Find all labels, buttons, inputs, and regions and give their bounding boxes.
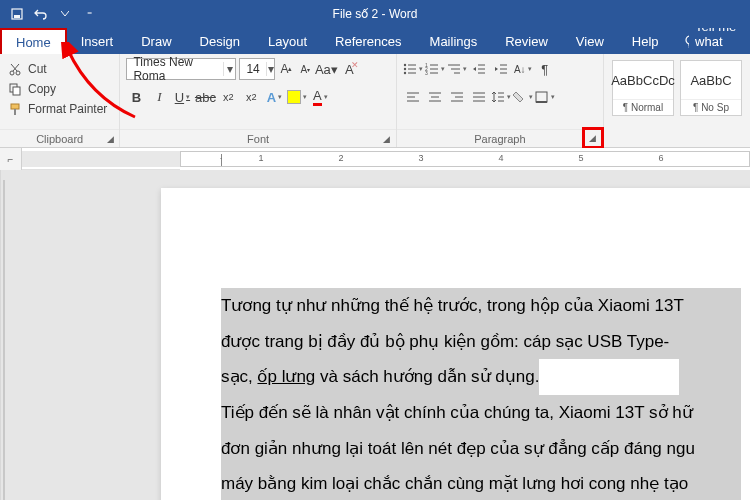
tab-mailings[interactable]: Mailings [416, 28, 492, 54]
svg-rect-11 [11, 104, 19, 109]
svg-point-13 [404, 64, 406, 66]
clipboard-group-label: Clipboard ◢ [0, 129, 119, 147]
group-font: Times New Roma ▾ 14 ▾ A▴ A▾ Aa▾ A✕ B I U… [120, 54, 396, 147]
tab-selector[interactable]: ⌐ [0, 148, 22, 170]
svg-point-2 [686, 36, 690, 44]
align-right-button[interactable] [447, 86, 467, 108]
justify-button[interactable] [469, 86, 489, 108]
autosave-icon[interactable] [10, 7, 24, 21]
svg-point-6 [16, 71, 20, 75]
paragraph-launcher-icon[interactable]: ◢ [582, 127, 604, 149]
tab-view[interactable]: View [562, 28, 618, 54]
svg-rect-49 [536, 92, 547, 102]
chevron-down-icon: ▾ [223, 62, 235, 76]
group-clipboard: Cut Copy Format Painter Clipboard ◢ [0, 54, 120, 147]
svg-point-17 [404, 72, 406, 74]
clipboard-launcher-icon[interactable]: ◢ [103, 132, 117, 146]
qat-customize-icon[interactable]: ⁼ [82, 7, 96, 21]
tab-insert[interactable]: Insert [67, 28, 128, 54]
italic-button[interactable]: I [149, 86, 169, 108]
lightbulb-icon [683, 34, 690, 48]
tab-review[interactable]: Review [491, 28, 562, 54]
svg-rect-12 [14, 109, 16, 115]
strikethrough-button[interactable]: abc [195, 86, 215, 108]
decrease-indent-button[interactable] [469, 58, 489, 80]
quick-access-toolbar: ⁼ [0, 7, 96, 21]
document-area: Tương tự như những thế hệ trước, trong h… [0, 170, 750, 500]
tab-references[interactable]: References [321, 28, 415, 54]
page[interactable]: Tương tự như những thế hệ trước, trong h… [161, 188, 750, 500]
group-paragraph: 123 A↓ ¶ Paragraph ◢ [397, 54, 604, 147]
ribbon-tabs: Home Insert Draw Design Layout Reference… [0, 28, 750, 54]
numbering-button[interactable]: 123 [425, 58, 445, 80]
selected-text-block[interactable]: Tương tự như những thế hệ trước, trong h… [221, 288, 741, 500]
copy-button[interactable]: Copy [8, 80, 111, 98]
show-paragraph-marks-button[interactable]: ¶ [535, 58, 555, 80]
undo-icon[interactable] [34, 7, 48, 21]
document-title: File số 2 - Word [333, 7, 418, 21]
tab-home[interactable]: Home [0, 28, 67, 54]
font-color-button[interactable]: A [310, 86, 330, 108]
superscript-button[interactable]: x2 [241, 86, 261, 108]
svg-rect-1 [14, 15, 20, 18]
line-spacing-button[interactable] [491, 86, 511, 108]
scissors-icon [8, 62, 22, 76]
highlight-button[interactable] [287, 86, 307, 108]
svg-point-5 [10, 71, 14, 75]
tab-help[interactable]: Help [618, 28, 673, 54]
align-left-button[interactable] [403, 86, 423, 108]
svg-point-15 [404, 68, 406, 70]
copy-icon [8, 82, 22, 96]
svg-rect-10 [13, 87, 20, 95]
text-effects-button[interactable]: A [264, 86, 284, 108]
tab-design[interactable]: Design [186, 28, 254, 54]
underline-button[interactable]: U [172, 86, 192, 108]
paragraph-group-label: Paragraph ◢ [397, 129, 603, 147]
chevron-down-icon: ▾ [266, 62, 275, 76]
font-group-label: Font ◢ [120, 129, 395, 147]
redo-dropdown-icon[interactable] [58, 7, 72, 21]
group-styles: AaBbCcDc ¶ Normal AaBbC ¶ No Sp [604, 54, 750, 147]
style-normal[interactable]: AaBbCcDc ¶ Normal [612, 60, 674, 116]
clear-formatting-button[interactable]: A✕ [339, 58, 359, 80]
increase-indent-button[interactable] [491, 58, 511, 80]
grow-font-button[interactable]: A▴ [278, 59, 294, 79]
ribbon: Cut Copy Format Painter Clipboard ◢ Time… [0, 54, 750, 148]
shrink-font-button[interactable]: A▾ [297, 59, 313, 79]
bullets-button[interactable] [403, 58, 423, 80]
title-bar: ⁼ File số 2 - Word [0, 0, 750, 28]
tab-draw[interactable]: Draw [127, 28, 185, 54]
page-scroll[interactable]: Tương tự như những thế hệ trước, trong h… [1, 170, 750, 500]
subscript-button[interactable]: x2 [218, 86, 238, 108]
tab-layout[interactable]: Layout [254, 28, 321, 54]
bold-button[interactable]: B [126, 86, 146, 108]
tell-me-search[interactable]: Tell me what you [673, 28, 750, 54]
font-size-combo[interactable]: 14 ▾ [239, 58, 275, 80]
shading-button[interactable] [513, 86, 533, 108]
borders-button[interactable] [535, 86, 555, 108]
highlight-color-icon [287, 90, 301, 104]
ruler-vertical[interactable] [0, 170, 1, 500]
change-case-button[interactable]: Aa▾ [316, 58, 336, 80]
font-name-combo[interactable]: Times New Roma ▾ [126, 58, 236, 80]
cut-button[interactable]: Cut [8, 60, 111, 78]
multilevel-list-button[interactable] [447, 58, 467, 80]
align-center-button[interactable] [425, 86, 445, 108]
sort-button[interactable]: A↓ [513, 58, 533, 80]
format-painter-button[interactable]: Format Painter [8, 100, 111, 118]
style-no-spacing[interactable]: AaBbC ¶ No Sp [680, 60, 742, 116]
svg-text:3: 3 [425, 70, 428, 75]
paintbrush-icon [8, 102, 22, 116]
font-launcher-icon[interactable]: ◢ [380, 132, 394, 146]
ruler-horizontal[interactable]: ⌐ · 1 2 3 4 5 6 [0, 148, 750, 170]
